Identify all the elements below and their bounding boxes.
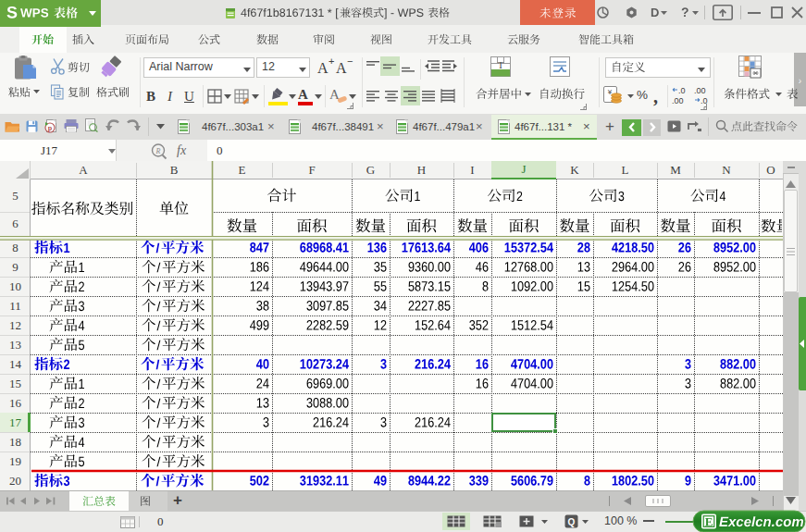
svg-text:R: R [155,147,161,155]
svg-text:.00: .00 [672,96,684,105]
svg-text:Q: Q [568,517,576,527]
svg-text:.0: .0 [678,86,686,95]
svg-text:T: T [498,60,503,70]
svg-text:p: p [48,124,53,132]
svg-text:.00: .00 [694,86,706,95]
